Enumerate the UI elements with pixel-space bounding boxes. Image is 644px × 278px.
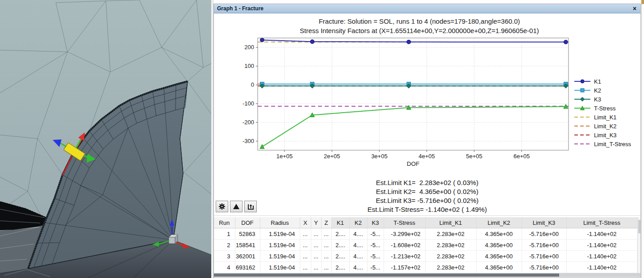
legend-item-K2[interactable]: K2 — [574, 86, 631, 95]
legend-item-Limit_K2[interactable]: Limit_K2 — [574, 122, 631, 131]
table-cell[interactable]: 693162 — [235, 262, 260, 273]
column-header-X[interactable]: X — [300, 217, 311, 228]
table-cell[interactable]: 4.... — [349, 262, 367, 273]
table-cell[interactable]: ... — [311, 228, 321, 240]
table-cell[interactable]: 4.... — [349, 228, 367, 240]
table-cell[interactable]: 2.... — [331, 251, 349, 262]
legend-marker-icon — [574, 141, 591, 147]
table-cell[interactable]: 4.365e+00 — [476, 262, 522, 273]
settings-button[interactable] — [216, 201, 228, 212]
close-button[interactable]: × — [630, 4, 640, 13]
results-table[interactable]: RunDOFRadiusXYZK1K2K3T-StressLimit_K1Lim… — [214, 217, 637, 274]
column-header-Limit_K2[interactable]: Limit_K2 — [476, 217, 522, 228]
table-cell[interactable]: 52863 — [235, 228, 260, 240]
table-cell[interactable]: 1.519e-04 — [260, 228, 300, 240]
table-row[interactable]: 1528631.519e-04.........2....4....-5...-… — [214, 228, 637, 240]
column-header-Radius[interactable]: Radius — [260, 217, 300, 228]
column-header-Run[interactable]: Run — [214, 217, 235, 228]
table-cell[interactable]: 4.365e+00 — [476, 251, 522, 262]
table-cell[interactable]: 4.... — [349, 251, 367, 262]
table-cell[interactable]: ... — [321, 228, 331, 240]
table-cell[interactable]: 4.365e+00 — [476, 228, 522, 240]
table-cell[interactable]: 2.283e+02 — [425, 240, 476, 251]
column-header-DOF[interactable]: DOF — [235, 217, 260, 228]
fracture-chart[interactable]: 1e+052e+053e+054e+055e+056e+052001000-10… — [219, 35, 577, 170]
column-header-Limit_K3[interactable]: Limit_K3 — [522, 217, 566, 228]
table-vertical-scrollbar[interactable] — [637, 217, 640, 274]
legend-item-T-Stress[interactable]: T-Stress — [574, 104, 631, 113]
column-header-K3[interactable]: K3 — [367, 217, 384, 228]
table-row[interactable]: 33620011.519e-04.........2....4....-5...… — [214, 251, 637, 262]
graph-window: Graph 1 - Fracture × Fracture: Solution … — [213, 4, 641, 278]
table-cell[interactable]: 158541 — [235, 240, 260, 251]
table-cell[interactable]: 2.... — [331, 240, 349, 251]
table-cell[interactable]: 2.283e+02 — [425, 228, 476, 240]
table-cell[interactable]: 2.... — [331, 228, 349, 240]
table-cell[interactable]: -5.716e+00 — [522, 240, 566, 251]
table-cell[interactable]: ... — [321, 262, 331, 273]
table-cell[interactable]: 2.283e+02 — [425, 262, 476, 273]
table-cell[interactable]: -1.140e+02 — [566, 228, 637, 240]
column-header-Limit_T-Stress[interactable]: Limit_T-Stress — [566, 217, 637, 228]
table-cell[interactable]: 4.365e+00 — [476, 240, 522, 251]
legend-item-Limit_K3[interactable]: Limit_K3 — [574, 131, 631, 139]
table-cell[interactable]: 1 — [214, 228, 235, 240]
y-tick-label: -200 — [243, 119, 254, 126]
table-cell[interactable]: -5... — [367, 251, 384, 262]
table-cell[interactable]: -3.299e+02 — [384, 228, 425, 240]
column-header-T-Stress[interactable]: T-Stress — [384, 217, 425, 228]
table-cell[interactable]: 4 — [214, 262, 235, 273]
column-header-K2[interactable]: K2 — [349, 217, 367, 228]
column-header-Limit_K1[interactable]: Limit_K1 — [425, 217, 476, 228]
table-cell[interactable]: 2 — [214, 240, 235, 251]
table-row[interactable]: 46931621.519e-04.........2....4....-5...… — [214, 262, 637, 273]
right-edge-accent — [641, 0, 644, 4]
table-cell[interactable]: ... — [311, 240, 321, 251]
table-row[interactable]: 21585411.519e-04.........2....4....-5...… — [214, 240, 637, 251]
table-horizontal-scrollbar[interactable] — [214, 273, 640, 277]
horizontal-scrollbar-thumb[interactable] — [214, 274, 559, 277]
plot-mode-button[interactable] — [230, 201, 243, 212]
table-cell[interactable]: 2.283e+02 — [425, 251, 476, 262]
table-cell[interactable]: -1.213e+02 — [384, 251, 425, 262]
table-cell[interactable]: ... — [300, 228, 311, 240]
table-cell[interactable]: ... — [300, 262, 311, 273]
table-cell[interactable]: -5... — [367, 228, 384, 240]
table-cell[interactable]: -1.140e+02 — [566, 262, 637, 273]
table-cell[interactable]: -1.140e+02 — [566, 251, 637, 262]
table-cell[interactable]: 3 — [214, 251, 235, 262]
table-cell[interactable]: -5.716e+00 — [522, 251, 566, 262]
legend-marker-icon — [574, 96, 591, 102]
table-cell[interactable]: -1.608e+02 — [384, 240, 425, 251]
table-cell[interactable]: 2.... — [331, 262, 349, 273]
column-header-Y[interactable]: Y — [311, 217, 321, 228]
table-cell[interactable]: 1.519e-04 — [260, 240, 300, 251]
legend-marker-icon — [574, 123, 591, 129]
table-cell[interactable]: ... — [300, 251, 311, 262]
table-cell[interactable]: ... — [321, 251, 331, 262]
export-button[interactable] — [244, 201, 257, 212]
table-cell[interactable]: -5.716e+00 — [522, 228, 566, 240]
table-cell[interactable]: 4.... — [349, 240, 367, 251]
table-cell[interactable]: ... — [300, 240, 311, 251]
legend-item-Limit_T-Stress[interactable]: Limit_T-Stress — [574, 139, 631, 148]
table-cell[interactable]: 362001 — [235, 251, 260, 262]
column-header-Z[interactable]: Z — [321, 217, 331, 228]
table-cell[interactable]: 1.519e-04 — [260, 262, 300, 273]
column-header-K1[interactable]: K1 — [331, 217, 349, 228]
table-cell[interactable]: -1.140e+02 — [566, 240, 637, 251]
table-cell[interactable]: 1.519e-04 — [260, 251, 300, 262]
table-cell[interactable]: ... — [311, 262, 321, 273]
legend-item-K1[interactable]: K1 — [574, 77, 631, 86]
3d-viewport[interactable] — [0, 0, 211, 278]
table-cell[interactable]: -5.716e+00 — [522, 262, 566, 273]
table-cell[interactable]: -1.157e+02 — [384, 262, 425, 273]
vertical-scrollbar-thumb[interactable] — [638, 220, 640, 233]
window-titlebar[interactable]: Graph 1 - Fracture × — [214, 4, 640, 13]
table-cell[interactable]: -5... — [367, 262, 384, 273]
legend-item-Limit_K1[interactable]: Limit_K1 — [574, 113, 631, 122]
table-cell[interactable]: ... — [321, 240, 331, 251]
table-cell[interactable]: -5... — [367, 240, 384, 251]
table-cell[interactable]: ... — [311, 251, 321, 262]
legend-item-K3[interactable]: K3 — [574, 95, 631, 104]
